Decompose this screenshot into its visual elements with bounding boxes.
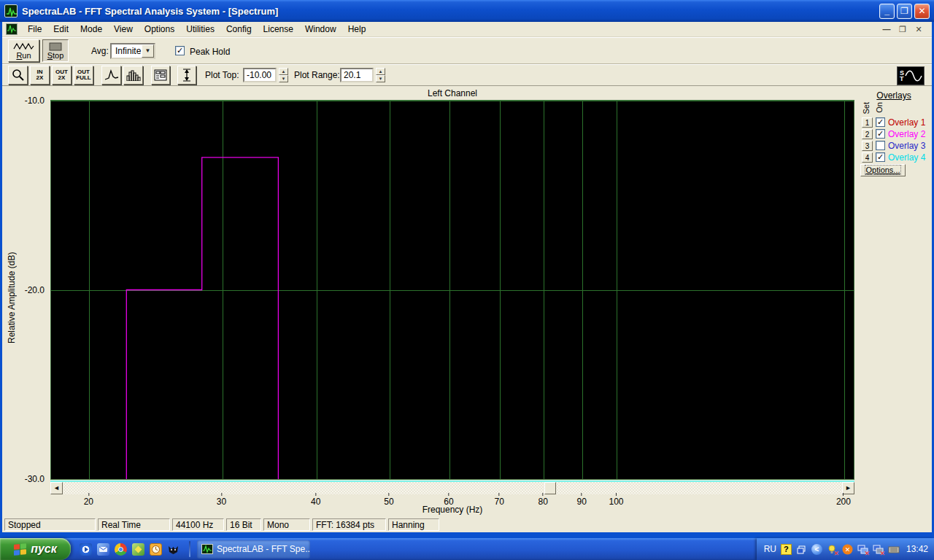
quick-launch-bar (71, 543, 187, 556)
spectrum-view: Left Channel -10.0-20.0-30.0 Relative Am… (2, 86, 932, 516)
menu-item-edit[interactable]: Edit (47, 23, 74, 36)
zoom-tool-button[interactable] (8, 66, 28, 85)
overlay-set-button-4[interactable]: 4 (862, 152, 873, 163)
overlay-checkbox-2[interactable]: ✓ (876, 129, 885, 139)
zoom-out-2x-button[interactable]: OUT 2X (52, 66, 72, 85)
menu-item-utilities[interactable]: Utilities (180, 23, 220, 36)
task-button-icon (201, 544, 213, 554)
peak-hold-label: Peak Hold (190, 47, 230, 57)
start-button-label: пуск (31, 542, 57, 556)
mdi-minimize-button[interactable]: — (881, 24, 892, 34)
bar-plot-mode-button[interactable] (123, 66, 143, 85)
plot-range-up-icon: ▲ (376, 68, 385, 75)
menu-item-options[interactable]: Options (139, 23, 180, 36)
status-cell-2: 44100 Hz (172, 518, 224, 531)
autoscale-button[interactable] (177, 66, 196, 85)
taskbar-divider (189, 541, 190, 557)
line-plot-mode-button[interactable] (101, 66, 121, 85)
menu-item-help[interactable]: Help (342, 23, 372, 36)
overlay-checkbox-4[interactable]: ✓ (876, 152, 885, 162)
app-icon (4, 4, 18, 18)
bat-app-icon[interactable] (167, 543, 180, 556)
y-axis-label: Relative Amplitude (dB) (7, 232, 17, 363)
mdi-restore-button[interactable]: ❐ (897, 24, 908, 34)
avg-label: Avg: (91, 46, 109, 56)
tray-collapse-chevron-icon[interactable]: < (811, 544, 822, 555)
browser-icon[interactable] (115, 543, 127, 556)
plot-range-spinner[interactable]: ▲▼ (376, 68, 385, 82)
network-disconnected-tray-icon[interactable] (857, 544, 868, 555)
title-bar: SpectraLAB - FFT Spectral Analysis Syste… (0, 0, 934, 22)
taskbar-task-button[interactable]: SpectraLAB - FFT Spe... (197, 540, 310, 559)
zoom-out-label-2: 2X (58, 75, 66, 81)
plot-top-field[interactable]: -10.00 (243, 68, 277, 82)
overlay-row-1: 1✓Overlay 1 (862, 117, 925, 128)
mdi-close-button[interactable]: ✕ (913, 24, 925, 34)
window-title: SpectraLAB - FFT Spectral Analysis Syste… (22, 6, 877, 17)
overlay-set-button-1[interactable]: 1 (862, 117, 873, 128)
overlay-checkbox-3[interactable] (876, 141, 885, 150)
status-cell-4: Mono (263, 518, 310, 531)
plot-range-label: Plot Range: (294, 70, 340, 80)
avg-dropdown-arrow-icon[interactable]: ▼ (142, 44, 154, 58)
menu-item-file[interactable]: File (22, 23, 47, 36)
menu-item-config[interactable]: Config (220, 23, 258, 36)
stop-button[interactable]: Stop (42, 39, 69, 62)
scroll-left-button[interactable]: ◄ (50, 482, 63, 494)
menu-item-mode[interactable]: Mode (74, 23, 108, 36)
clock-app-icon[interactable] (150, 543, 162, 556)
network-disconnected-2-tray-icon[interactable] (873, 544, 884, 555)
mdi-document-icon[interactable] (6, 23, 18, 35)
green-app-icon[interactable] (132, 543, 144, 556)
overlays-set-column-label: Set (862, 102, 871, 114)
taskbar: пуск Spe (0, 538, 934, 560)
maximize-button[interactable]: ❐ (897, 4, 912, 19)
start-button[interactable]: пуск (0, 538, 71, 560)
overlay-set-button-2[interactable]: 2 (862, 129, 873, 139)
minimize-button[interactable]: _ (879, 4, 895, 19)
menu-item-window[interactable]: Window (299, 23, 342, 36)
menu-item-license[interactable]: License (258, 23, 299, 36)
zoom-in-2x-button[interactable]: IN 2X (30, 66, 50, 85)
media-player-icon[interactable] (80, 543, 92, 556)
menu-item-view[interactable]: View (108, 23, 139, 36)
mdi-window-buttons: — ❐ ✕ (881, 24, 932, 34)
peak-hold-checkbox[interactable]: ✓ (175, 46, 185, 55)
overlays-options-button[interactable]: Options... (860, 164, 906, 176)
plot-top-up-icon: ▲ (279, 68, 288, 75)
overlay-checkbox-1[interactable]: ✓ (876, 117, 885, 127)
plot-top-spinner[interactable]: ▲▼ (279, 68, 288, 82)
plot-title: Left Channel (50, 88, 854, 98)
run-button[interactable]: Run (8, 39, 39, 62)
taskbar-clock[interactable]: 13:42 (906, 544, 928, 554)
signal-generator-logo-icon[interactable]: ST (897, 66, 925, 85)
status-cell-5: FFT: 16384 pts (312, 518, 386, 531)
blocked-status-tray-icon[interactable]: ✕ (842, 544, 853, 555)
overlays-panel: Overlays Set On 1✓Overlay 12✓Overlay 23O… (857, 86, 932, 480)
restore-window-tray-icon[interactable] (796, 544, 807, 555)
zoom-in-label-2: 2X (36, 75, 44, 81)
close-button[interactable]: ✕ (914, 4, 930, 19)
overlay-label-1: Overlay 1 (888, 117, 925, 128)
overlay-label-4: Overlay 4 (888, 152, 925, 163)
messenger-icon[interactable] (97, 543, 109, 556)
language-indicator[interactable]: RU (764, 544, 776, 554)
overlay-set-button-3[interactable]: 3 (862, 141, 873, 151)
main-toolbar: Run Stop Avg: Infinite ▼ ✓ Peak Hold (2, 37, 932, 64)
spectrum-plot (50, 100, 854, 480)
overlay-label-3: Overlay 3 (888, 141, 925, 151)
plot-options-button[interactable] (151, 66, 170, 85)
trace-overlay-2 (126, 158, 278, 479)
stop-button-label: Stop (47, 52, 64, 60)
help-tray-icon[interactable]: ? (781, 544, 792, 555)
plot-range-down-icon: ▼ (376, 75, 385, 82)
avg-select[interactable]: Infinite ▼ (110, 43, 155, 59)
keyboard-tray-icon[interactable] (888, 544, 899, 555)
bulb-status-tray-icon[interactable] (827, 544, 838, 555)
y-tick-label--30: -30.0 (4, 474, 45, 484)
overlay-label-2: Overlay 2 (888, 129, 925, 139)
plot-range-field[interactable]: 20.1 (340, 68, 374, 82)
status-cell-3: 16 Bit (226, 518, 261, 531)
zoom-out-full-button[interactable]: OUT FULL (74, 66, 93, 85)
window-bottom-border (0, 532, 934, 538)
